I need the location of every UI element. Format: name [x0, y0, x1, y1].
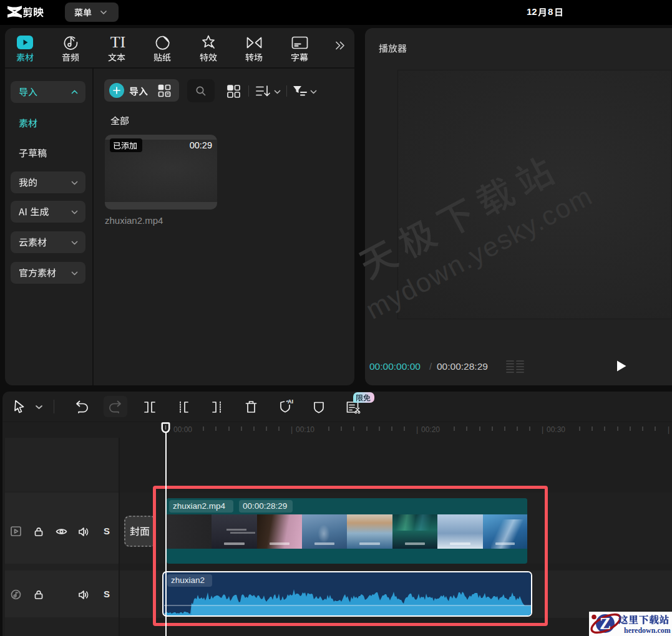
svg-text:AI: AI [288, 398, 293, 405]
svg-text:Z: Z [600, 614, 611, 633]
